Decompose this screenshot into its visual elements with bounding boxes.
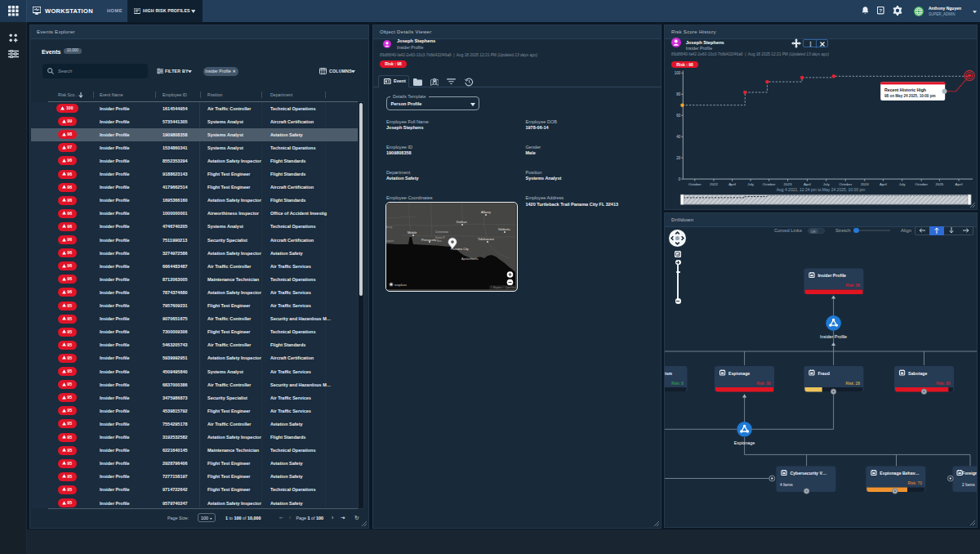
svg-text:Crestview: Crestview bbox=[435, 230, 448, 234]
svg-text:October: October bbox=[688, 182, 702, 186]
svg-text:Valdosta: Valdosta bbox=[498, 228, 510, 231]
svg-text:April: April bbox=[956, 182, 963, 186]
svg-text:2025: 2025 bbox=[936, 182, 944, 186]
svg-text:Fraud: Fraud bbox=[817, 371, 829, 376]
svg-text:Insider Profile: Insider Profile bbox=[817, 273, 846, 278]
svg-text:?: ? bbox=[879, 7, 882, 13]
svg-text:Espionage: Espionage bbox=[734, 440, 755, 445]
svg-text:Insider Profile: Insider Profile bbox=[820, 334, 847, 339]
svg-text:Sabotage: Sabotage bbox=[908, 371, 927, 376]
svg-text:October: October bbox=[839, 182, 852, 186]
svg-text:80: 80 bbox=[676, 92, 681, 96]
svg-text:Espionage: Espionage bbox=[728, 371, 750, 376]
svg-text:0: 0 bbox=[679, 177, 681, 181]
svg-text:2 Items: 2 Items bbox=[962, 483, 975, 487]
svg-text:98 on May 24 2025, 10:00 pm: 98 on May 24 2025, 10:00 pm bbox=[884, 94, 936, 98]
svg-text:mapbox: mapbox bbox=[394, 283, 408, 287]
svg-text:October: October bbox=[915, 182, 928, 186]
svg-text:Apalachicola: Apalachicola bbox=[461, 257, 478, 261]
svg-text:Cyberterrorism: Cyberterrorism bbox=[665, 371, 672, 376]
svg-text:Risk: 89: Risk: 89 bbox=[936, 382, 951, 386]
svg-text:Cybersecurity V…: Cybersecurity V… bbox=[790, 471, 826, 476]
svg-text:Risk: 98: Risk: 98 bbox=[846, 284, 861, 288]
svg-text:April: April bbox=[728, 182, 736, 186]
svg-text:July: July bbox=[823, 182, 831, 186]
svg-text:Risk: 70: Risk: 70 bbox=[907, 481, 922, 485]
svg-text:2023: 2023 bbox=[784, 182, 792, 186]
svg-text:July: July bbox=[747, 182, 755, 186]
svg-text:Espionage Behav…: Espionage Behav… bbox=[880, 471, 919, 476]
svg-text:April: April bbox=[880, 182, 887, 186]
svg-text:40: 40 bbox=[676, 135, 681, 139]
svg-text:20: 20 bbox=[676, 156, 681, 160]
svg-text:2024: 2024 bbox=[861, 182, 869, 186]
svg-text:Bea: Bea bbox=[437, 239, 442, 243]
svg-text:Dothan: Dothan bbox=[457, 220, 467, 224]
svg-text:Risk: 98: Risk: 98 bbox=[756, 382, 771, 386]
svg-text:Albany: Albany bbox=[481, 210, 491, 214]
svg-text:burg: burg bbox=[386, 226, 392, 229]
svg-text:Foreign…: Foreign… bbox=[962, 471, 977, 476]
svg-text:2022: 2022 bbox=[710, 182, 718, 186]
svg-text:October: October bbox=[763, 182, 776, 186]
svg-text:Tallahassee: Tallahassee bbox=[478, 238, 494, 241]
svg-text:© Mapbox © OpenStreetMap: © Mapbox © OpenStreetMap bbox=[491, 286, 515, 289]
svg-text:April: April bbox=[804, 182, 811, 186]
svg-text:July: July bbox=[899, 182, 906, 186]
svg-text:Aug 4 2021, 12:24 pm to May 24: Aug 4 2021, 12:24 pm to May 24 2025, 10:… bbox=[777, 187, 866, 192]
svg-text:60: 60 bbox=[676, 114, 681, 118]
svg-text:Recent Historic High: Recent Historic High bbox=[884, 87, 926, 92]
svg-text:utport: utport bbox=[386, 239, 394, 243]
svg-text:Risk: 8: Risk: 8 bbox=[671, 382, 684, 386]
svg-text:4 Items: 4 Items bbox=[780, 483, 793, 487]
svg-text:Mobile: Mobile bbox=[408, 230, 416, 235]
svg-text:100: 100 bbox=[675, 71, 681, 75]
svg-text:Risk: 28: Risk: 28 bbox=[846, 382, 861, 386]
